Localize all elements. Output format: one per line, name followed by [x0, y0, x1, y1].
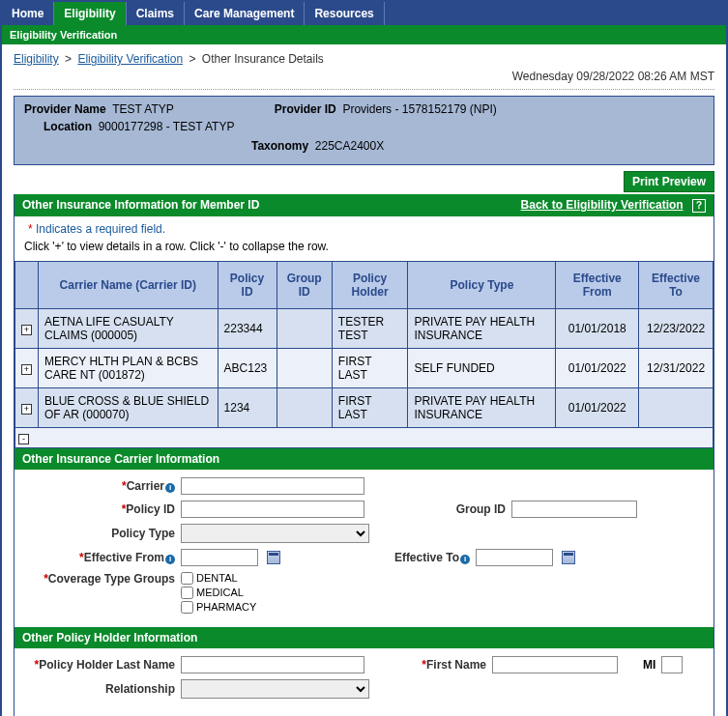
cell-holder: FIRST LAST: [332, 387, 408, 427]
first-name-label: First Name: [426, 658, 486, 672]
last-name-label: Policy Holder Last Name: [39, 658, 175, 672]
cell-from: 01/01/2022: [556, 387, 639, 427]
coverage-medical-checkbox[interactable]: [181, 587, 193, 599]
policy-type-select[interactable]: [181, 524, 369, 543]
breadcrumb-current: Other Insurance Details: [202, 52, 324, 66]
group-id-label: Group ID: [456, 502, 506, 516]
cell-type: PRIVATE PAY HEALTH INSURANCE: [408, 387, 556, 427]
cell-to: [639, 387, 713, 427]
table-row: +BLUE CROSS & BLUE SHIELD OF AR (000070)…: [15, 387, 713, 427]
info-icon[interactable]: i: [165, 555, 175, 564]
coverage-pharmacy-label: PHARMACY: [196, 601, 256, 613]
coverage-dental-label: DENTAL: [196, 572, 238, 584]
cell-policy-id: 223344: [218, 308, 277, 348]
expand-row-button[interactable]: +: [21, 325, 32, 335]
cell-type: PRIVATE PAY HEALTH INSURANCE: [408, 308, 556, 348]
info-icon[interactable]: i: [460, 555, 470, 564]
section-title-3: Other Policy Holder Information: [22, 631, 197, 644]
tab-home[interactable]: Home: [2, 2, 54, 25]
col-policy-id[interactable]: Policy ID: [218, 261, 277, 308]
table-row: +MERCY HLTH PLAN & BCBS CARE NT (001872)…: [15, 348, 713, 387]
cell-policy-id: ABC123: [218, 348, 277, 387]
cell-policy-id: 1234: [218, 387, 277, 427]
section-other-insurance-info: Other Insurance Information for Member I…: [15, 194, 713, 216]
mi-label: MI: [643, 658, 655, 672]
col-effective-to[interactable]: Effective To: [639, 261, 713, 308]
tab-eligibility[interactable]: Eligibility: [54, 2, 126, 25]
cell-group-id: [277, 387, 332, 427]
insurance-table: Carrier Name (Carrier ID) Policy ID Grou…: [15, 261, 713, 428]
calendar-icon[interactable]: [562, 551, 575, 564]
subnav-bar: Eligibility Verification: [2, 25, 726, 44]
info-icon[interactable]: i: [165, 483, 175, 493]
provider-id-value: Providers - 1578152179 (NPI): [342, 102, 496, 116]
policy-id-input[interactable]: [181, 501, 364, 518]
taxonomy-label: Taxonomy: [251, 139, 308, 153]
last-name-input[interactable]: [181, 656, 364, 673]
provider-name-value: TEST ATYP: [112, 102, 174, 116]
back-to-verification-link[interactable]: Back to Eligibility Verification: [521, 198, 684, 212]
required-field-note: * Indicates a required field.: [15, 216, 713, 238]
relationship-select[interactable]: [181, 679, 369, 699]
breadcrumb-verification[interactable]: Eligibility Verification: [77, 52, 183, 66]
col-policy-type[interactable]: Policy Type: [408, 261, 556, 308]
provider-name-label: Provider Name: [24, 102, 106, 116]
mi-input[interactable]: [661, 656, 683, 673]
provider-info-panel: Provider Name TEST ATYP Provider ID Prov…: [14, 96, 714, 165]
policy-id-label: Policy ID: [126, 502, 175, 516]
cell-carrier: MERCY HLTH PLAN & BCBS CARE NT (001872): [39, 348, 218, 387]
tab-resources[interactable]: Resources: [305, 2, 384, 25]
relationship-label: Relationship: [105, 682, 175, 696]
print-preview-button[interactable]: Print Preview: [624, 171, 714, 192]
section-policy-holder: Other Policy Holder Information: [15, 627, 713, 648]
col-expand: [15, 261, 39, 308]
coverage-medical-label: MEDICAL: [196, 587, 244, 598]
coverage-type-label: Coverage Type Groups: [48, 572, 175, 586]
cell-group-id: [277, 348, 332, 387]
policy-type-label: Policy Type: [111, 527, 175, 540]
breadcrumb: Eligibility > Eligibility Verification >…: [14, 52, 714, 66]
cell-carrier: BLUE CROSS & BLUE SHIELD OF AR (000070): [39, 387, 218, 427]
timestamp: Wednesday 09/28/2022 08:26 AM MST: [14, 70, 714, 83]
cell-from: 01/01/2018: [556, 308, 639, 348]
coverage-pharmacy-checkbox[interactable]: [181, 601, 193, 614]
first-name-input[interactable]: [492, 656, 618, 673]
expand-new-row-button[interactable]: -: [18, 434, 29, 444]
cell-carrier: AETNA LIFE CASUALTY CLAIMS (000005): [39, 308, 218, 348]
breadcrumb-eligibility[interactable]: Eligibility: [14, 52, 59, 66]
col-effective-from[interactable]: Effective From: [556, 261, 639, 308]
col-policy-holder[interactable]: Policy Holder: [332, 261, 408, 308]
section-title-1: Other Insurance Information for Member I…: [22, 198, 259, 212]
provider-id-label: Provider ID: [275, 102, 336, 116]
effective-from-label: Effective From: [84, 551, 164, 564]
tab-claims[interactable]: Claims: [127, 2, 185, 25]
coverage-dental-checkbox[interactable]: [181, 572, 193, 585]
effective-to-label: Effective To: [394, 551, 459, 564]
carrier-input[interactable]: [181, 477, 364, 495]
section-title-2: Other Insurance Carrier Information: [22, 452, 219, 466]
effective-to-input[interactable]: [476, 549, 553, 566]
expand-row-button[interactable]: +: [21, 364, 32, 375]
cell-from: 01/01/2022: [556, 348, 639, 387]
tab-care-management[interactable]: Care Management: [185, 2, 305, 25]
help-icon[interactable]: ?: [692, 199, 706, 213]
cell-to: 12/23/2022: [639, 308, 713, 348]
top-nav: Home Eligibility Claims Care Management …: [2, 2, 726, 25]
cell-holder: FIRST LAST: [332, 348, 408, 387]
calendar-icon[interactable]: [267, 551, 280, 564]
effective-from-input[interactable]: [181, 549, 258, 566]
expand-instruction: Click '+' to view details in a row. Clic…: [15, 238, 713, 261]
location-label: Location: [44, 120, 92, 133]
carrier-label: Carrier: [127, 479, 164, 493]
col-group-id[interactable]: Group ID: [277, 261, 332, 308]
section-carrier-info: Other Insurance Carrier Information: [15, 448, 713, 470]
cell-to: 12/31/2022: [639, 348, 713, 387]
cell-type: SELF FUNDED: [408, 348, 556, 387]
expand-row-button[interactable]: +: [21, 404, 32, 415]
table-row: +AETNA LIFE CASUALTY CLAIMS (000005)2233…: [15, 308, 713, 348]
cell-holder: TESTER TEST: [332, 308, 408, 348]
group-id-input[interactable]: [511, 501, 637, 518]
taxonomy-value: 225CA2400X: [315, 139, 384, 153]
col-carrier[interactable]: Carrier Name (Carrier ID): [39, 261, 218, 308]
location-value: 9000177298 - TEST ATYP: [99, 120, 235, 133]
